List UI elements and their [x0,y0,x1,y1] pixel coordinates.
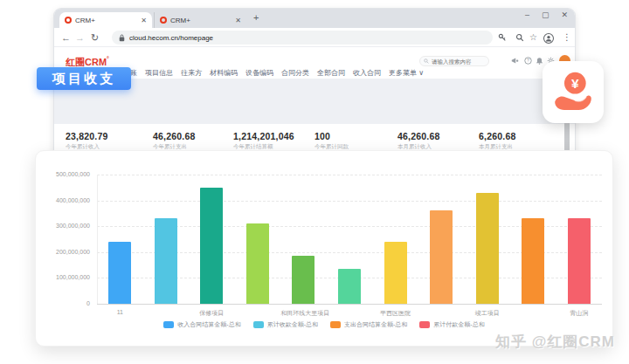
tab-close-icon[interactable]: ✕ [235,17,241,24]
nav-item-3[interactable]: 项目信息 [145,68,173,78]
bar[interactable] [476,193,499,304]
app-search-box[interactable] [419,56,489,66]
x-axis-label: 竣工项目 [464,309,510,318]
key-icon[interactable] [498,33,507,42]
chart-legend: 收入合同结算金额-总和累计收款金额-总和支出合同结算金额-总和累计付款金额-总和 [36,320,612,329]
minimize-button[interactable]: – [525,10,529,19]
lock-icon [119,34,125,42]
bar[interactable] [200,188,223,304]
metric-value: 100 [314,131,398,141]
bar[interactable] [384,242,407,304]
project-income-badge: 项目收支 [37,67,131,90]
browser-menu-icon[interactable]: ⋮ [563,32,571,42]
y-axis-tick-label: 100,000,000 [36,274,90,280]
legend-item[interactable]: 累计付款金额-总和 [419,320,484,329]
crm-app-page: 红圈CRM° ? [54,47,575,159]
nav-item-6[interactable]: 设备编码 [245,68,273,78]
profile-icon[interactable] [543,33,554,44]
x-axis-label: 青山涧 [556,309,602,318]
metric-value: 6,260.68 [479,131,563,141]
browser-tab-1[interactable]: CRM+ ✕ [59,12,152,28]
zoom-icon[interactable] [515,33,524,42]
screenshot-root: CRM+ ✕ CRM+ ✕ + – ▢ ✕ ← → ↻ [0,0,629,364]
nav-item-5[interactable]: 材料编码 [210,68,238,78]
nav-item-4[interactable]: 往来方 [181,68,202,78]
bar[interactable] [430,210,453,304]
tab-close-icon[interactable]: ✕ [141,17,147,24]
legend-swatch [163,321,174,328]
metric-value: 1,214,201,046 [233,131,317,141]
tab-strip: CRM+ ✕ CRM+ ✕ + – ▢ ✕ [54,9,575,28]
tab-title: CRM+ [170,17,232,24]
window-controls: – ▢ ✕ [525,10,568,19]
money-hand-card[interactable]: ¥ [543,61,604,123]
metric: 23,820.79今年累计收入 [66,131,149,151]
app-content: 23,820.79今年累计收入46,260.68今年累计支出1,214,201,… [54,79,575,159]
tab-title: CRM+ [75,17,137,24]
bar[interactable] [292,256,314,304]
y-axis-tick-label: 400,000,000 [36,197,90,203]
y-axis-tick-label: 200,000,000 [36,249,90,255]
reload-button[interactable]: ↻ [91,31,99,44]
metric: 1,214,201,046今年累计结算额 [233,131,317,151]
bar[interactable] [155,218,177,304]
back-button[interactable]: ← [61,31,71,44]
nav-item-8[interactable]: 全部合同 [317,68,345,78]
bookmark-star-icon[interactable]: ☆ [529,32,537,42]
nav-item-9[interactable]: 收入合同 [353,68,381,78]
y-axis-tick-label: 0 [36,300,90,306]
metric-value: 23,820.79 [66,131,149,141]
bar[interactable] [338,269,361,304]
metric: 6,260.68本月累计支出 [479,131,563,151]
metric-value: 46,260.68 [153,131,237,141]
bell-icon[interactable] [536,57,543,65]
svg-text:?: ? [527,58,529,63]
legend-swatch [330,321,341,328]
chart-card: 0100,000,000200,000,000300,000,000400,00… [35,150,613,347]
metric: 46,260.68今年累计支出 [153,131,237,151]
browser-toolbar: ← → ↻ cloud.hecom.cn/homepage ☆ [54,28,575,47]
x-axis-label: 11 [97,309,143,315]
browser-tab-2[interactable]: CRM+ ✕ [154,12,246,28]
new-tab-button[interactable]: + [253,12,259,23]
browser-window: CRM+ ✕ CRM+ ✕ + – ▢ ✕ ← → ↻ [54,9,575,159]
legend-label: 累计付款金额-总和 [433,320,484,329]
x-axis-label: 平西区医院 [372,309,418,318]
bar[interactable] [568,218,591,304]
url-text: cloud.hecom.cn/homepage [129,34,213,42]
nav-item-10[interactable]: 更多菜单 ∨ [389,68,424,78]
help-icon[interactable]: ? [524,57,532,65]
app-nav-bar: 首页项目管理台账项目信息往来方材料编码设备编码合同分类全部合同收入合同更多菜单 … [66,68,566,78]
announcement-icon[interactable] [511,57,519,65]
legend-item[interactable]: 收入合同结算金额-总和 [163,320,240,329]
bar[interactable] [108,242,131,304]
legend-swatch [419,321,430,328]
y-axis-line [97,175,98,304]
watermark: 知乎 @红圈CRM [495,332,615,352]
y-axis-tick-label: 500,000,000 [36,171,90,177]
crm-favicon-icon [160,17,167,24]
nav-item-7[interactable]: 合同分类 [281,68,309,78]
hand-holding-yen-coin-icon: ¥ [550,68,597,117]
gridline [97,175,602,175]
legend-label: 收入合同结算金额-总和 [177,320,240,329]
search-icon [424,58,429,64]
legend-item[interactable]: 支出合同结算金额-总和 [330,320,407,329]
forward-button[interactable]: → [75,31,85,44]
metric: 100今年累计回款 [314,131,398,151]
maximize-button[interactable]: ▢ [542,10,550,19]
legend-item[interactable]: 累计收款金额-总和 [253,320,318,329]
gridline [97,304,602,305]
x-axis-label: 保修项目 [189,309,235,318]
y-axis-tick-label: 300,000,000 [36,223,90,229]
bar[interactable] [246,223,269,304]
crm-favicon-icon [65,17,72,24]
svg-text:¥: ¥ [571,75,579,90]
search-input[interactable] [432,58,484,65]
metric-value: 46,260.68 [397,131,481,141]
x-axis-label: 和田环线大里项目 [280,309,327,318]
legend-label: 支出合同结算金额-总和 [344,320,407,329]
close-button[interactable]: ✕ [561,10,568,19]
bar[interactable] [522,218,544,304]
address-bar[interactable]: cloud.hecom.cn/homepage [112,31,493,45]
